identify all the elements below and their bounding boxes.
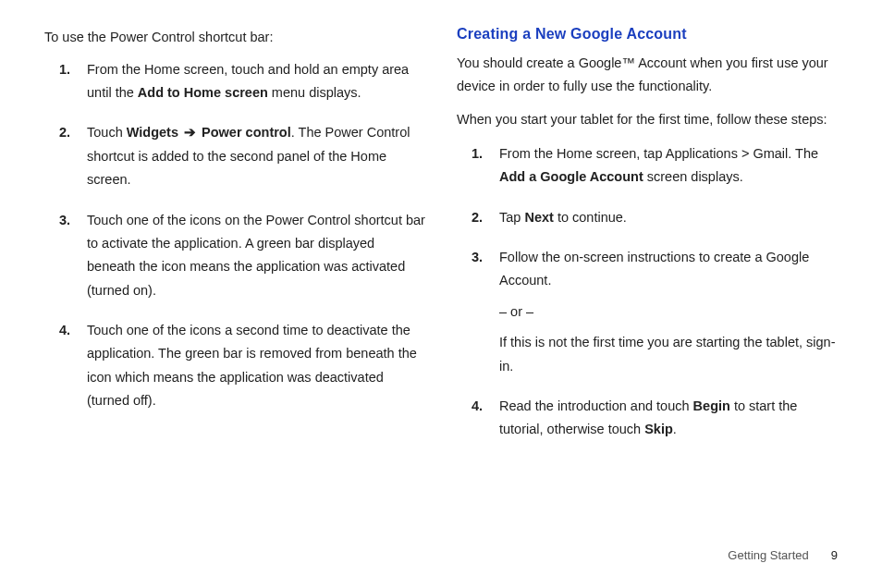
- left-intro: To use the Power Control shortcut bar:: [44, 26, 425, 49]
- step-text: .: [673, 422, 677, 436]
- bold-text: Power control: [202, 125, 291, 140]
- step-or: – or –: [499, 300, 838, 324]
- right-paragraph-1: You should create a Google™ Account when…: [457, 52, 838, 97]
- arrow-icon: ➔: [182, 121, 198, 144]
- section-heading: Creating a New Google Account: [457, 26, 838, 43]
- right-column: Creating a New Google Account You should…: [457, 26, 838, 551]
- step-alt: If this is not the first time you are st…: [499, 331, 838, 378]
- left-steps-list: From the Home screen, touch and hold an …: [44, 58, 425, 413]
- bold-text: Next: [524, 210, 553, 225]
- step-text: to continue.: [554, 210, 627, 225]
- step-text: Read the introduction and touch: [499, 398, 693, 413]
- left-step-3: Touch one of the icons on the Power Cont…: [44, 209, 425, 303]
- right-step-4: Read the introduction and touch Begin to…: [457, 395, 838, 442]
- step-text: screen displays.: [643, 169, 743, 184]
- footer-page-number: 9: [831, 548, 838, 562]
- bold-text: Begin: [693, 398, 730, 413]
- page-footer: Getting Started9: [728, 548, 838, 562]
- left-column: To use the Power Control shortcut bar: F…: [44, 26, 425, 551]
- step-text: Touch one of the icons a second time to …: [87, 323, 417, 408]
- step-text: menu displays.: [268, 85, 361, 100]
- bold-text: Add to Home screen: [138, 85, 268, 100]
- step-text: Touch one of the icons on the Power Cont…: [87, 213, 425, 298]
- left-step-2: Touch Widgets ➔ Power control. The Power…: [44, 121, 425, 191]
- right-step-1: From the Home screen, tap Applications >…: [457, 142, 838, 190]
- step-text: From the Home screen, tap Applications >…: [499, 146, 818, 161]
- right-step-2: Tap Next to continue.: [457, 206, 838, 229]
- step-text: Tap: [499, 210, 524, 225]
- bold-text: Add a Google Account: [499, 169, 643, 184]
- right-steps-list: From the Home screen, tap Applications >…: [457, 142, 838, 442]
- right-step-3: Follow the on-screen instructions to cre…: [457, 246, 838, 378]
- bold-text: Widgets: [127, 125, 178, 140]
- step-text: Follow the on-screen instructions to cre…: [499, 250, 809, 288]
- bold-text: Skip: [644, 422, 673, 436]
- left-step-1: From the Home screen, touch and hold an …: [44, 58, 425, 105]
- step-text: Touch: [87, 125, 127, 140]
- footer-section: Getting Started: [728, 548, 808, 562]
- manual-page: To use the Power Control shortcut bar: F…: [0, 0, 882, 588]
- left-step-4: Touch one of the icons a second time to …: [44, 319, 425, 413]
- right-paragraph-2: When you start your tablet for the first…: [457, 108, 838, 131]
